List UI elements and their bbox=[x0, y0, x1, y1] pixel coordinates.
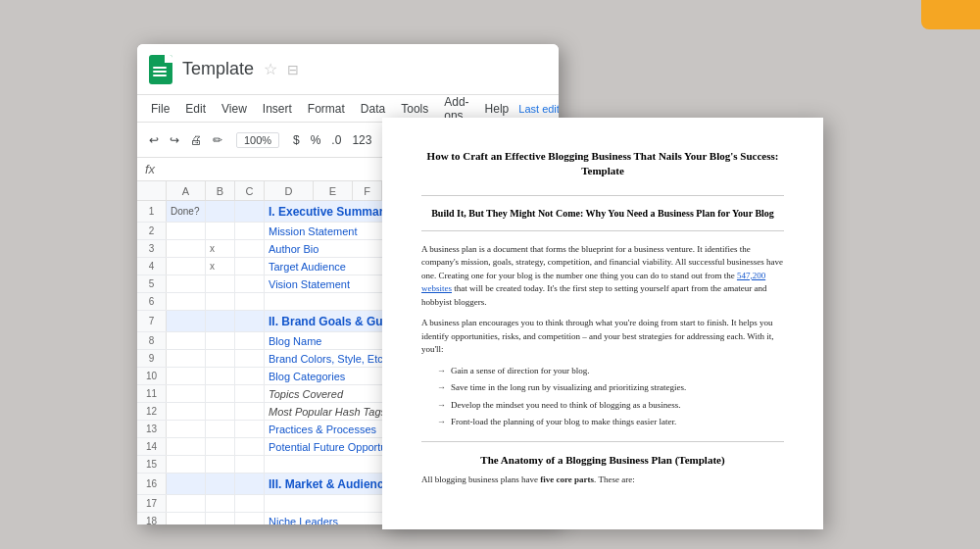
list-item: Develop the mindset you need to think of… bbox=[437, 399, 784, 413]
doc-subtitle: Build It, But They Might Not Come: Why Y… bbox=[421, 208, 784, 219]
menu-insert[interactable]: Insert bbox=[257, 100, 298, 118]
col-header-c: C bbox=[235, 181, 265, 200]
col-header-e: E bbox=[314, 181, 353, 200]
doc-paragraph-2: A business plan encourages you to think … bbox=[421, 317, 784, 357]
last-edit-label: Last edit was 10 days ago bbox=[518, 103, 559, 115]
doc-section-2-title: The Anatomy of a Blogging Business Plan … bbox=[421, 454, 784, 466]
doc-separator-2 bbox=[421, 230, 784, 231]
doc-bullet-list: Gain a sense of direction for your blog.… bbox=[437, 365, 784, 429]
folder-icon: ⊟ bbox=[287, 62, 299, 77]
menu-data[interactable]: Data bbox=[355, 100, 391, 118]
menu-file[interactable]: File bbox=[145, 100, 175, 118]
doc-paragraph-3: All blogging business plans have five co… bbox=[421, 474, 784, 487]
sheets-app-icon bbox=[149, 55, 172, 84]
paint-format-button[interactable]: ✏ bbox=[209, 131, 226, 149]
list-item: Front-load the planning of your blog to … bbox=[437, 416, 784, 429]
doc-paragraph-1: A business plan is a document that forms… bbox=[421, 243, 784, 310]
decimal1-button[interactable]: .0 bbox=[327, 131, 345, 149]
format-num-button[interactable]: 123 bbox=[348, 131, 375, 149]
doc-main-title: How to Craft an Effective Blogging Busin… bbox=[421, 149, 784, 179]
menu-help[interactable]: Help bbox=[479, 100, 515, 118]
print-button[interactable]: 🖨 bbox=[186, 131, 206, 149]
doc-body: A business plan is a document that forms… bbox=[421, 243, 784, 429]
menu-edit[interactable]: Edit bbox=[179, 100, 212, 118]
col-header-a: A bbox=[167, 181, 206, 200]
title-bar: Template ☆ ⊟ bbox=[137, 44, 559, 95]
fx-icon: fx bbox=[145, 162, 155, 176]
list-item: Save time in the long run by visualizing… bbox=[437, 381, 784, 395]
list-item: Gain a sense of direction for your blog. bbox=[437, 365, 784, 378]
zoom-selector[interactable]: 100% bbox=[236, 132, 279, 148]
document-preview: How to Craft an Effective Blogging Busin… bbox=[382, 118, 823, 529]
menu-tools[interactable]: Tools bbox=[395, 100, 434, 118]
row-num-header bbox=[137, 181, 167, 200]
corner-accent bbox=[921, 0, 980, 29]
redo-button[interactable]: ↪ bbox=[166, 131, 183, 149]
doc-section-2-body: All blogging business plans have five co… bbox=[421, 474, 784, 487]
col-header-b: B bbox=[206, 181, 235, 200]
menu-format[interactable]: Format bbox=[302, 100, 351, 118]
doc-separator-3 bbox=[421, 441, 784, 442]
undo-button[interactable]: ↩ bbox=[145, 131, 163, 149]
col-header-f: F bbox=[353, 181, 382, 200]
percent-button[interactable]: % bbox=[307, 131, 325, 149]
doc-separator-1 bbox=[421, 195, 784, 196]
star-button[interactable]: ☆ bbox=[264, 60, 277, 78]
col-header-d: D bbox=[265, 181, 314, 200]
currency-button[interactable]: $ bbox=[289, 131, 304, 149]
menu-view[interactable]: View bbox=[216, 100, 253, 118]
desktop: Template ☆ ⊟ File Edit View Insert Forma… bbox=[0, 0, 980, 549]
document-title: Template bbox=[182, 59, 254, 79]
